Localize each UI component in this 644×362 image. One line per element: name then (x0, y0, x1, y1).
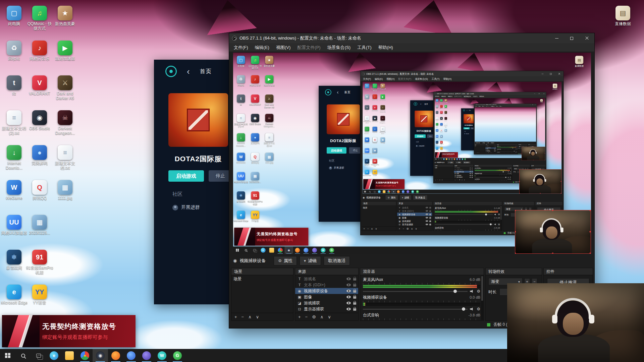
webcam-feed[interactable] (519, 169, 561, 193)
promo-banner[interactable]: 无畏契约终测资格放号 绑定账号并观看直播即可参与 (363, 179, 405, 189)
volume-slider-handle[interactable] (503, 171, 504, 172)
dock-toolbar-icon[interactable]: + (298, 315, 301, 319)
chrome-taskbar-icon[interactable]: ● (448, 158, 450, 160)
dock-toolbar-icon[interactable]: ∨ (256, 315, 259, 319)
menu-item[interactable]: 视图(V) (481, 106, 485, 107)
dock-toolbar-icon[interactable]: ∨ (328, 315, 331, 319)
xinrexue-icon[interactable]: ★ 新热血英豪 (443, 99, 448, 105)
obs-taskbar-icon[interactable]: ◉ (284, 246, 293, 254)
uu-booster-icon[interactable]: UU 网易UU加速器 (363, 148, 371, 159)
obs-studio-icon[interactable]: ◉ OBS Studio (371, 115, 379, 126)
dark-and-darker-icon[interactable]: ⚔ Dark and Darker A5 (443, 111, 448, 117)
sampro-91-icon[interactable]: 91 91音频SamPro机架 (439, 141, 444, 147)
scene-item[interactable]: 场景 (434, 167, 453, 169)
live-data-icon[interactable]: ▤ 直播数据 (551, 83, 559, 94)
dock-toolbar-icon[interactable]: ∧ (320, 315, 324, 319)
visibility-eye-icon[interactable] (494, 146, 495, 146)
recycle-bin-icon[interactable]: ♻ 回收站 (363, 94, 371, 105)
dock-toolbar-icon[interactable]: + (363, 228, 365, 230)
speaker-icon[interactable] (494, 223, 497, 225)
dock-toolbar-icon[interactable]: ⚙ (488, 152, 489, 153)
obs-titlebar[interactable]: OBS 27.1.1 (64-bit, windows) - 配置文件: 未命名… (433, 92, 546, 95)
promo-banner[interactable]: 无畏契约终测资格放号 绑定账号并观看直播即可参与 (2, 315, 136, 347)
tiz-icon[interactable]: t tiz (233, 94, 249, 113)
this-pc-icon[interactable]: ▢ 此电脑 (0, 4, 28, 39)
launch-game-button[interactable]: 启动游戏 (168, 170, 204, 182)
dota2-game-art[interactable] (415, 111, 433, 127)
battlenet-icon[interactable]: ❄ 暴雪战网 (233, 190, 249, 210)
file-explorer-taskbar-icon[interactable] (382, 190, 386, 194)
scene-item[interactable]: 场景 (474, 145, 485, 146)
wegame-home-tab[interactable]: 首页 (424, 103, 428, 105)
join-group-item[interactable]: 开黑进群 (464, 133, 469, 134)
xunyou-icon[interactable]: ▶ 迅游加速器 (443, 105, 448, 111)
valorant-icon[interactable]: V VALORANT (247, 94, 263, 113)
ms-edge-icon[interactable]: e Microsoft Edge (233, 210, 249, 229)
text-doc-icon[interactable]: ≡ 新建文本文档.txt (443, 123, 448, 129)
tiz-icon[interactable]: t tiz (0, 74, 28, 109)
dota2-game-art[interactable] (464, 114, 474, 123)
text-doc-icon[interactable]: ≡ 新建文本文档.txt (261, 132, 277, 152)
tencent-qq-icon[interactable]: Q 腾讯QQ (371, 137, 379, 148)
dock-toolbar-icon[interactable]: ⚙ (407, 228, 409, 230)
perfect-decoder-icon[interactable]: ● 完美解码 (25, 143, 54, 178)
dock-toolbar-icon[interactable]: − (457, 179, 458, 180)
wegame-taskbar-icon[interactable]: W (154, 349, 170, 362)
dock-toolbar-icon[interactable]: ∨ (375, 228, 377, 230)
menu-item[interactable]: 场景集合(S) (413, 76, 430, 81)
source-item[interactable]: T 游戏名 (295, 276, 358, 282)
source-item[interactable]: ⊡ 显示器捕获 (295, 306, 358, 312)
launch-game-button[interactable]: 启动游戏 (415, 134, 426, 138)
gear-icon[interactable]: ⚙ (510, 171, 511, 173)
gear-icon[interactable]: ⚙ (510, 177, 511, 178)
netease-music-icon[interactable]: ♪ 网易云音乐 (247, 74, 263, 94)
search-button[interactable] (15, 349, 31, 362)
dock-toolbar-icon[interactable]: ∧ (248, 315, 252, 319)
lock-icon[interactable] (429, 210, 431, 212)
obs-taskbar-icon[interactable]: ◉ (450, 158, 453, 160)
dock-toolbar-icon[interactable]: ∧ (411, 228, 413, 230)
lock-icon[interactable] (429, 221, 431, 222)
battlenet-icon[interactable]: ❄ 暴雪战网 (363, 159, 371, 169)
launch-game-button[interactable]: 启动游戏 (464, 127, 470, 129)
lock-icon[interactable] (495, 148, 496, 148)
menu-item[interactable]: 工具(T) (495, 106, 499, 107)
dock-toolbar-icon[interactable]: ∧ (477, 152, 478, 153)
obs-preview[interactable]: ▢ 此电脑 ♻ 回收站 t tiz ≡ (363, 82, 561, 193)
lock-icon[interactable] (472, 177, 473, 178)
dock-toolbar-icon[interactable]: + (475, 152, 475, 153)
lock-icon[interactable] (495, 146, 496, 146)
tencent-qq-icon[interactable]: Q 腾讯QQ (247, 152, 263, 171)
sampro-91-icon[interactable]: 91 91音频SamPro机架 (25, 248, 54, 283)
menu-item[interactable]: 配置文件(P) (453, 95, 463, 98)
source-item[interactable]: ▣ 图像 (397, 216, 432, 219)
volume-slider[interactable] (435, 214, 493, 215)
source-item[interactable]: ◪ 游戏捕获 (397, 219, 432, 223)
valorant-icon[interactable]: V VALORANT (25, 74, 54, 109)
darkest-dungeon-icon[interactable]: ☠ Darkest Dungeon... (443, 117, 448, 123)
mixer-scrollbar[interactable] (511, 167, 512, 181)
green-app-taskbar-icon[interactable]: G (415, 190, 420, 194)
lock-icon[interactable] (429, 217, 431, 219)
dock-toolbar-icon[interactable]: ∧ (462, 179, 463, 180)
image-20230225-icon[interactable]: ▦ 20230225... (25, 213, 54, 248)
back-icon[interactable]: ‹ (337, 90, 339, 95)
scene-item[interactable]: 场景 (362, 206, 396, 209)
menu-item[interactable]: 编辑(E) (373, 76, 385, 81)
menu-item[interactable]: 编辑(E) (252, 43, 273, 52)
deactivate-button[interactable]: 取消激活 (324, 256, 350, 265)
netease-music-icon[interactable]: ♪ 网易云音乐 (25, 39, 54, 74)
lock-icon[interactable] (495, 149, 496, 149)
text-doc-2-icon[interactable]: ≡ 新建文本文档 (2).txt (0, 109, 28, 143)
dock-toolbar-icon[interactable]: + (399, 228, 400, 230)
visibility-eye-icon[interactable] (470, 168, 471, 168)
close-button[interactable] (579, 33, 594, 43)
close-button[interactable] (542, 92, 546, 95)
properties-button[interactable]: ⚙ 属性 (447, 161, 454, 164)
ms-edge-icon[interactable]: e Microsoft Edge (0, 283, 28, 318)
deactivate-button[interactable]: 取消激活 (413, 195, 427, 200)
lock-icon[interactable] (429, 224, 431, 225)
obs-taskbar-icon[interactable]: ◉ (391, 190, 396, 194)
visibility-eye-icon[interactable] (426, 214, 428, 215)
obs-titlebar[interactable]: OBS 27.1.1 (64-bit, windows) - 配置文件: 未命名… (229, 33, 594, 43)
